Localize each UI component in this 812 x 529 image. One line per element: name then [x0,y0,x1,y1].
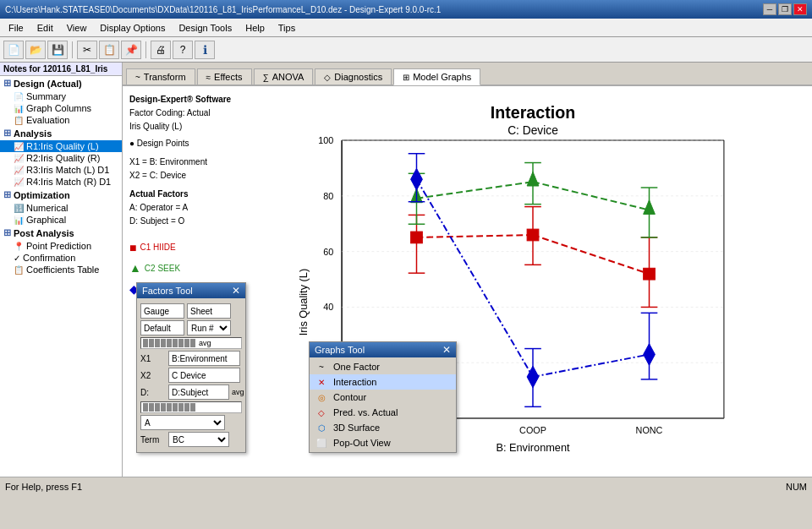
info-button[interactable]: ℹ [195,41,215,59]
svg-marker-64 [644,344,656,366]
svg-text:C: Device: C: Device [508,124,558,137]
menu-file[interactable]: File [3,21,29,35]
menu-display-options[interactable]: Display Options [95,21,170,35]
graphs-contour[interactable]: ◎ Contour [310,390,456,405]
menu-edit[interactable]: Edit [32,21,58,35]
menu-help[interactable]: Help [240,21,270,35]
print-button[interactable]: 🖨 [151,41,171,59]
save-button[interactable]: 💾 [47,41,68,59]
design-points-label: Design Points [137,139,189,148]
tree-coefficients[interactable]: 📋 Coefficients Table [0,264,122,275]
x2-factor-input[interactable] [168,368,240,383]
tree-numerical[interactable]: 🔢 Numerical [0,202,122,214]
tree-post-analysis-section[interactable]: ⊞ Post Analysis [0,226,122,240]
copy-button[interactable]: 📋 [99,41,119,59]
toolbar-sep-2 [145,41,146,58]
pop-out-icon: ⬜ [315,437,328,449]
tree-design-section[interactable]: ⊞ Design (Actual) [0,76,122,90]
x1-factor-input[interactable] [168,351,240,366]
tree-graphical[interactable]: 📊 Graphical [0,214,122,226]
pred-actual-icon: ◇ [315,406,328,418]
evaluation-icon: 📋 [14,116,24,125]
svg-text:60: 60 [323,247,333,257]
factor-coding-label: Factor Coding: Actual [129,106,247,120]
one-factor-icon: ~ [315,361,328,373]
close-button[interactable]: ✕ [793,3,807,15]
graphs-tool-title: Graphs Tool [315,345,365,355]
legend-c2-icon: ▲ [129,259,141,277]
help-button[interactable]: ? [173,41,193,59]
menu-view[interactable]: View [62,21,92,35]
tree-point-prediction[interactable]: 📍 Point Prediction [0,240,122,252]
cut-button[interactable]: ✂ [77,41,97,59]
toolbar-sep-1 [72,41,73,58]
tree-graph-columns[interactable]: 📊 Graph Columns [0,102,122,114]
graphs-one-factor[interactable]: ~ One Factor [310,359,456,374]
a-select[interactable]: A [140,415,225,430]
run-select[interactable]: Run # [187,320,231,335]
tab-anova[interactable]: ∑ ANOVA [254,68,314,85]
toolbar: 📄 📂 💾 ✂ 📋 📌 🖨 ? ℹ [0,37,812,63]
tree-evaluation[interactable]: 📋 Evaluation [0,114,122,126]
svg-text:40: 40 [323,302,333,312]
svg-marker-49 [527,172,539,186]
svg-line-23 [416,235,533,237]
d-factor-input[interactable] [168,384,229,400]
menu-tips[interactable]: Tips [273,21,300,35]
window-title: C:\Users\Hank.STATEASE0\Documents\DXData… [5,5,441,14]
tab-model-graphs[interactable]: ⊞ Model Graphs [393,68,480,85]
sheet-input[interactable] [187,303,231,319]
3d-surface-icon: ⬡ [315,422,328,434]
minimize-button[interactable]: ─ [763,3,776,15]
factor-row-term: Term BC [140,432,242,447]
r3-icon: 📈 [14,166,24,175]
tab-diagnostics[interactable]: ◇ Diagnostics [315,68,392,85]
interaction-icon: ✕ [315,376,328,388]
slider-row-1[interactable]: avg [140,337,242,349]
main-container: Notes for 120116_L81_Iris ⊞ Design (Actu… [0,63,812,477]
legend-c1: ■ C1 HIIDE [129,238,247,257]
new-button[interactable]: 📄 [3,41,24,59]
legend-c1-icon: ■ [129,238,136,257]
open-button[interactable]: 📂 [25,41,46,59]
term-select[interactable]: BC [168,432,229,447]
gauge-input[interactable] [140,303,184,319]
tree-summary[interactable]: 📄 Summary [0,90,122,102]
factors-tool-close[interactable]: ✕ [232,285,240,297]
term-label: Term [140,435,166,444]
tab-transform[interactable]: ~ Transform [126,68,195,85]
tree-r1[interactable]: 📈 R1:Iris Quality (L) [0,140,122,152]
graphs-pop-out[interactable]: ⬜ Pop-Out View [310,435,456,450]
graphs-interaction[interactable]: ✕ Interaction [310,374,456,390]
graphs-tool-close[interactable]: ✕ [442,344,451,356]
svg-text:B: Environment: B: Environment [496,441,570,454]
svg-marker-62 [411,168,423,190]
menu-design-tools[interactable]: Design Tools [173,21,237,35]
tree-r4[interactable]: 📈 R4:Iris Match (R) D1 [0,176,122,188]
svg-text:COOP: COOP [519,425,546,435]
model-graphs-icon: ⊞ [403,73,409,82]
default-input[interactable] [140,320,184,335]
title-bar: C:\Users\Hank.STATEASE0\Documents\DXData… [0,0,812,19]
slider-row-2[interactable] [140,401,242,413]
tree-confirmation[interactable]: ✓ Confirmation [0,252,122,264]
window-controls: ─ ❐ ✕ [763,3,807,15]
graphs-pred-vs-actual[interactable]: ◇ Pred. vs. Actual [310,405,456,420]
tree-optimization-section[interactable]: ⊞ Optimization [0,188,122,202]
tree-analysis-section[interactable]: ⊞ Analysis [0,126,122,140]
svg-text:80: 80 [323,191,333,201]
svg-marker-63 [527,366,539,388]
tree-r3[interactable]: 📈 R3:Iris Match (L) D1 [0,164,122,176]
content-area: Design-Expert® Software Factor Coding: A… [123,86,812,477]
svg-rect-35 [527,229,539,241]
transform-icon: ~ [135,73,140,82]
graphs-3d-surface[interactable]: ⬡ 3D Surface [310,420,456,435]
svg-line-52 [533,354,650,377]
tab-effects[interactable]: ≈ Effects [197,68,252,85]
d-factor-label: D: [140,388,166,397]
restore-button[interactable]: ❐ [778,3,792,15]
paste-button[interactable]: 📌 [121,41,141,59]
legend-c1-label: C1 HIIDE [140,241,175,254]
svg-text:Iris Quality (L): Iris Quality (L) [297,269,310,335]
tree-r2[interactable]: 📈 R2:Iris Quality (R) [0,152,122,164]
